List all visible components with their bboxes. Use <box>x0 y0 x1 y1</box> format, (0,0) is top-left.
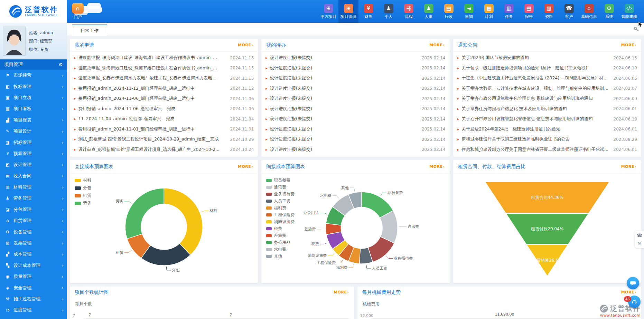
sidebar-item-project-design[interactable]: ✎项目设计› <box>0 126 67 137</box>
mail-icon[interactable]: ✉ <box>638 241 642 246</box>
list-item[interactable]: ▸关于领取一级注册建造师培训项目的通知 (须持一建证书前来领取)2024.06.… <box>457 63 637 74</box>
list-item[interactable]: ▸进度款申报_珠海鹤港口建设_珠海鹤港口建设工程合作协议书_admin_...2… <box>74 53 254 63</box>
sidebar-item-design-management[interactable]: ◩设计管理› <box>0 159 67 170</box>
pie-slice-材料[interactable] <box>164 188 203 255</box>
legend-item-分包[interactable]: 分包 <box>75 185 91 191</box>
list-item[interactable]: ▸费用报销_admin_2024-11-06_部门经理审批_胡建__运行中202… <box>74 94 254 104</box>
sidebar-item-labor-management[interactable]: ♟劳务管理› <box>0 193 67 204</box>
list-item[interactable]: ▸设计进度汇报(未提交)2025.02.14 <box>265 94 445 104</box>
legend-item-职员餐费[interactable]: 职员餐费 <box>266 177 295 183</box>
nav-item-hr[interactable]: ♟人事 <box>419 0 439 23</box>
legend-item-材料[interactable]: 材料 <box>75 177 91 183</box>
customer-service-bar[interactable]: ☎ ✉ <box>635 231 644 248</box>
more-link[interactable]: MORE› <box>429 43 445 47</box>
list-item[interactable]: ▸设计审查_彭祖新城'四馆'景观工程设计项目_请选择_胡广生_2024-10-2… <box>74 145 254 155</box>
nav-item-system[interactable]: ⚙系统 <box>599 0 619 23</box>
list-item[interactable]: ▸关于发放2024年第24批一级建造师注册证书的通知2024.06.01 <box>457 124 637 135</box>
nav-item-client-project[interactable]: ⊞甲方项目 <box>318 0 338 23</box>
sidebar-item-progress-management[interactable]: ◔进度管理› <box>0 304 67 316</box>
sidebar-item-invoice-management[interactable]: ▧发票管理› <box>0 238 67 249</box>
sidebar-item-construction-process[interactable]: ⚒施工过程管理› <box>0 293 67 304</box>
legend-item-税费[interactable]: 税费 <box>266 226 295 232</box>
list-item[interactable]: ▸设计进度汇报(未提交)2025.02.14 <box>265 124 445 135</box>
legend-item-水电费[interactable]: 水电费 <box>266 246 295 252</box>
legend-item-租赁[interactable]: 租赁 <box>75 193 91 199</box>
sidebar-item-project-report[interactable]: ▟项目报表› <box>0 115 67 126</box>
list-item[interactable]: ▸费用报销_admin_2024-11-12_部门经理审批_胡建__运行中202… <box>74 84 254 94</box>
more-link[interactable]: MORE› <box>238 43 253 47</box>
sidebar-item-bidding-management[interactable]: ◧投标管理› <box>0 81 67 92</box>
nav-item-modeling[interactable]: ‹/›智能建模 <box>619 0 639 23</box>
nav-item-plan[interactable]: ▦计划 <box>479 0 499 23</box>
more-link[interactable]: MORE› <box>621 290 636 294</box>
legend-item-工程保险费[interactable]: 工程保险费 <box>266 212 295 218</box>
nav-item-portal[interactable]: ⌂ 门户 <box>72 0 84 23</box>
list-item[interactable]: ▸关于举办大数据、云计算技术在城市建设、规划、管理与服务中的应用培训班...20… <box>457 84 637 94</box>
chat-button[interactable] <box>627 277 639 289</box>
more-link[interactable]: MORE› <box>429 164 445 169</box>
tab-daily-work[interactable]: 日常工作 <box>72 25 107 36</box>
list-item[interactable]: ▸测试_彭祖新城'四馆'景观工程设计项目_2024-10-29_admin_结束… <box>74 134 254 145</box>
service-button[interactable]: 45 <box>628 296 641 308</box>
nav-item-report[interactable]: ▤报告 <box>519 0 539 23</box>
list-item[interactable]: ▸设计进度汇报(未提交)2025.02.14 <box>265 114 445 124</box>
legend-item-劳务[interactable]: 劳务 <box>75 200 91 206</box>
nav-item-personal[interactable]: ♟个人 <box>379 0 399 23</box>
legend-item-其他[interactable]: 其他 <box>266 253 295 259</box>
more-link[interactable]: MORE› <box>621 164 636 169</box>
legend-item-业务招待费[interactable]: 业务招待费 <box>266 191 295 197</box>
more-link[interactable]: MORE› <box>621 43 636 47</box>
nav-item-task[interactable]: ▥任务 <box>499 0 519 23</box>
list-item[interactable]: ▸设计进度汇报(未提交)2025.02.14 <box>265 134 445 145</box>
list-item[interactable]: ▸11_2024-11-04_admin_经营部_领导审批__完成2024.11… <box>74 114 254 124</box>
list-item[interactable]: ▸关于举办市政公用设施数字化管理信息 系统建设与应用培训班的通知2024.06.… <box>457 94 637 104</box>
list-item[interactable]: ▸设计进度汇报(未提交)2025.02.14 <box>265 104 445 114</box>
list-item[interactable]: ▸设计进度汇报(未提交)2025.02.14 <box>265 84 445 94</box>
sidebar-item-certificate-management[interactable]: ▣证件管理› <box>0 316 67 319</box>
list-item[interactable]: ▸设计进度汇报(未提交)2025.02.14 <box>265 73 445 84</box>
list-item[interactable]: ▸费用报销_admin_2024-11-01_部门经理审批_胡建__运行中202… <box>74 124 254 135</box>
nav-item-management[interactable]: ☰管理 <box>639 0 644 23</box>
list-item[interactable]: ▸关于召开市政公用设施智慧化管理信息 信息技术与应用培训班的通知2024.06.… <box>457 114 637 124</box>
nav-item-administration[interactable]: ▤行政 <box>439 0 459 23</box>
list-item[interactable]: ▸进度款申报_珠海鹤港口建设_珠海鹤港口建设工程合作协议书_admin_...2… <box>74 63 254 74</box>
sidebar-item-project-kanban[interactable]: ▦项目看板› <box>0 103 67 114</box>
nav-item-base-info[interactable]: ⌂基础信息 <box>579 0 599 23</box>
legend-item-人员工资[interactable]: 人员工资 <box>266 198 295 204</box>
list-item[interactable]: ▸关于2024年国庆节放假安排的通知2024.06.15 <box>457 53 637 63</box>
sidebar-item-project-initiation[interactable]: ▣项目立项› <box>0 92 67 103</box>
sidebar-item-market-operation[interactable]: ⚑市场经营› <box>0 70 67 81</box>
list-item[interactable]: ▸进度款申报_长春市伊通河水力发电厂竣建工程_长春市伊通河水力发电...2024… <box>74 73 254 84</box>
list-item[interactable]: ▸费用报销_admin_2024-11-06_总经理审批__完成2024.11.… <box>74 104 254 114</box>
sidebar-item-income-contract[interactable]: ▤收入合同› <box>0 171 67 182</box>
nav-item-workflow[interactable]: ⇶流程 <box>399 0 419 23</box>
list-item[interactable]: ▸房和城乡建设厅关于取消二级建造师临时执业证书的公告2023.08.29 <box>457 134 637 145</box>
nav-item-customer[interactable]: ☎客户 <box>559 0 579 23</box>
gear-icon[interactable]: ⚙ <box>58 62 63 67</box>
sidebar-item-cost-management[interactable]: ▞成本管理› <box>0 249 67 260</box>
legend-item-福利费[interactable]: 福利费 <box>266 205 295 211</box>
legend-item-消防设施费[interactable]: 消防设施费 <box>266 219 295 225</box>
sidebar-item-equipment-management[interactable]: ⚙设备管理› <box>0 226 67 237</box>
sidebar-item-tender-management[interactable]: ◨招标管理› <box>0 137 67 148</box>
nav-item-document[interactable]: ▧资料 <box>539 0 559 23</box>
sidebar-item-budget-management[interactable]: ¥预算管理› <box>0 148 67 159</box>
sidebar-item-safety-management[interactable]: ◈安全管理› <box>0 282 67 293</box>
sidebar-item-material-management[interactable]: ▥材料管理› <box>0 182 67 193</box>
list-item[interactable]: ▸设计进度汇报(未提交)2025.02.14 <box>265 63 445 74</box>
sidebar-item-design-cost[interactable]: ▚设计成本管理› <box>0 260 67 271</box>
list-item[interactable]: ▸设计进度汇报(未提交)2025.02.14 <box>265 145 445 155</box>
more-link[interactable]: MORE› <box>334 290 349 294</box>
sidebar-item-quality-management[interactable]: ◉质量管理› <box>0 271 67 282</box>
phone-icon[interactable]: ☎ <box>637 233 642 238</box>
legend-item-差旅费[interactable]: 差旅费 <box>266 233 295 239</box>
pie-slice-劳务[interactable] <box>125 188 164 239</box>
more-link[interactable]: MORE› <box>238 164 253 169</box>
sidebar-item-subcontract-management[interactable]: ◪分包管理› <box>0 204 67 215</box>
list-item[interactable]: ▸住房和城乡建设部办公厅关于同意吉林省开展二级建造师注册证书电子化试点...20… <box>457 145 637 155</box>
legend-item-办公用品[interactable]: 办公用品 <box>266 240 295 245</box>
list-item[interactable]: ▸设计进度汇报(未提交)2025.02.14 <box>265 53 445 63</box>
nav-item-notice[interactable]: ◄通知 <box>459 0 479 23</box>
legend-item-通讯费[interactable]: 通讯费 <box>266 184 295 190</box>
nav-item-finance[interactable]: ¥财务 <box>358 0 379 23</box>
